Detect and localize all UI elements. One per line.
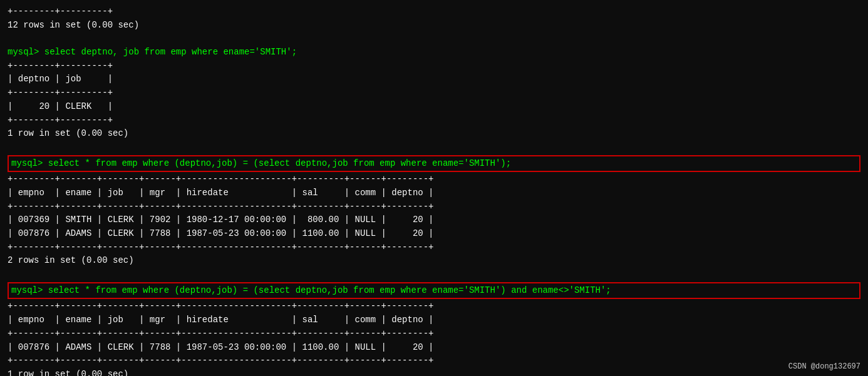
- terminal: +--------+---------+ 12 rows in set (0.0…: [8, 5, 860, 376]
- watermark: CSDN @dong132697: [788, 362, 860, 371]
